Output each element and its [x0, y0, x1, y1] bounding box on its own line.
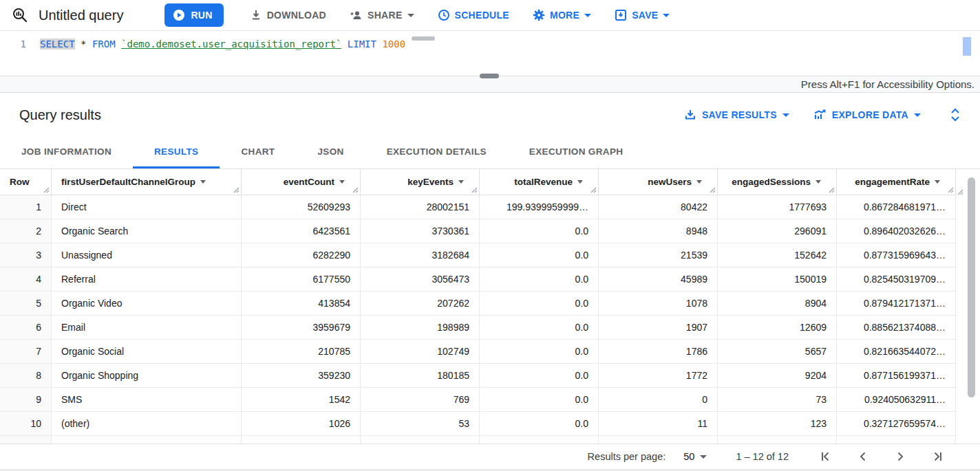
play-icon: [173, 9, 185, 21]
cell-totalrevenue: 0.0: [480, 436, 599, 443]
column-resize-grip-icon[interactable]: [233, 187, 239, 193]
cell-eventcount: 337: [242, 436, 361, 443]
splitter-drag-handle[interactable]: [480, 74, 499, 78]
cell-firstuserdefaultchannelgroup: Referral: [52, 267, 242, 291]
column-header-label: keyEvents: [407, 177, 454, 187]
table-row: 5Organic Video4138542072620.0107889040.8…: [0, 292, 980, 316]
column-menu-caret-icon[interactable]: [200, 180, 206, 184]
column-resize-grip-icon[interactable]: [829, 187, 835, 193]
cell-eventcount: 6177550: [242, 267, 361, 291]
gear-icon: [533, 9, 545, 21]
tab-execution-graph[interactable]: EXECUTION GRAPH: [508, 137, 645, 168]
column-header-label: engagedSessions: [732, 177, 811, 187]
row-number-cell: 11: [0, 436, 52, 443]
cell-eventcount: 1542: [242, 388, 361, 411]
cell-engagementrate: 0.877315969643…: [837, 243, 956, 267]
query-title[interactable]: Untitled query: [39, 8, 123, 23]
cell-keyevents: 3730361: [361, 219, 480, 243]
cell-engagementrate: 0.867284681971…: [837, 195, 956, 219]
table-row: 4Referral617755030564730.0459891500190.8…: [0, 267, 980, 292]
cell-newusers: 1786: [599, 340, 718, 363]
column-menu-caret-icon[interactable]: [696, 180, 702, 184]
schedule-button[interactable]: SCHEDULE: [431, 3, 516, 27]
column-resize-grip-icon[interactable]: [948, 187, 954, 193]
cell-keyevents: 207262: [361, 292, 480, 315]
column-header-engagementrate[interactable]: engagementRate: [837, 169, 956, 195]
column-header-engagedsessions[interactable]: engagedSessions: [718, 169, 837, 195]
column-resize-grip-icon[interactable]: [590, 187, 597, 193]
sql-editor[interactable]: 1 SELECT * FROM `demo.demoset.user_acqui…: [0, 36, 980, 76]
cell-newusers: 0: [599, 436, 718, 443]
first-page-button[interactable]: [819, 450, 833, 463]
cell-keyevents: 3182684: [361, 243, 480, 267]
previous-page-button[interactable]: [856, 450, 870, 463]
cell-engagedsessions: 9204: [718, 364, 837, 387]
share-button[interactable]: SHARE: [343, 3, 421, 27]
cell-totalrevenue: 0.0: [480, 267, 599, 291]
column-menu-caret-icon[interactable]: [458, 180, 464, 184]
column-resize-grip-icon[interactable]: [352, 187, 359, 193]
cell-eventcount: 52609293: [242, 195, 361, 219]
column-header-label: eventCount: [284, 177, 334, 187]
expand-results-button[interactable]: [950, 107, 961, 122]
table-vertical-scrollbar-thumb[interactable]: [968, 177, 975, 397]
column-menu-caret-icon[interactable]: [339, 180, 345, 184]
page-size-value: 50: [683, 451, 694, 462]
column-menu-caret-icon[interactable]: [816, 180, 821, 184]
results-per-page-label: Results per page:: [588, 451, 666, 462]
cell-engagedsessions: 6: [718, 436, 837, 443]
page-size-select[interactable]: 50: [683, 451, 707, 462]
tab-execution-details[interactable]: EXECUTION DETAILS: [365, 137, 508, 168]
sql-line-1[interactable]: 1 SELECT * FROM `demo.demoset.user_acqui…: [0, 36, 980, 52]
column-header-keyevents[interactable]: keyEvents: [361, 169, 480, 195]
table-row: 10(other)1026530.0111230.327127659574…: [0, 412, 980, 436]
column-header-firstuserdefaultchannelgroup[interactable]: firstUserDefaultChannelGroup: [52, 169, 242, 195]
results-table-body: 1Direct5260929328002151199.9399959999…80…: [0, 195, 980, 436]
column-menu-caret-icon[interactable]: [577, 180, 583, 184]
cell-newusers: 1907: [599, 316, 718, 339]
more-button-label: MORE: [550, 10, 579, 21]
cell-engagementrate: 0.825450319709…: [837, 267, 956, 291]
last-page-icon: [930, 450, 944, 463]
column-header-totalrevenue[interactable]: totalRevenue: [480, 169, 599, 195]
column-menu-caret-icon[interactable]: [935, 180, 940, 184]
first-page-icon: [819, 450, 833, 463]
save-results-button[interactable]: SAVE RESULTS: [684, 109, 789, 121]
download-button[interactable]: DOWNLOAD: [243, 3, 333, 27]
cell-firstuserdefaultchannelgroup: Organic Shopping: [52, 364, 242, 387]
last-page-button[interactable]: [930, 450, 944, 463]
tab-job-information[interactable]: JOB INFORMATION: [0, 137, 133, 168]
sql-limit-value: 1000: [382, 39, 405, 50]
sql-keyword-limit: LIMIT: [348, 39, 376, 50]
sql-code[interactable]: SELECT * FROM `demo.demoset.user_acquisi…: [40, 39, 405, 50]
chevron-right-icon: [893, 450, 907, 463]
save-results-caret-icon: [782, 113, 789, 117]
column-resize-grip-icon[interactable]: [710, 187, 716, 193]
explore-data-button[interactable]: EXPLORE DATA: [813, 109, 921, 121]
editor-top-drag-handle[interactable]: [412, 36, 435, 41]
tab-json[interactable]: JSON: [296, 137, 365, 168]
table-row: 3Unassigned628229031826840.0215391526420…: [0, 243, 980, 267]
table-edge-resize-grip-icon[interactable]: [957, 189, 963, 195]
column-header-newusers[interactable]: newUsers: [599, 169, 718, 195]
sql-table-reference[interactable]: `demo.demoset.user_acquisition_report`: [121, 39, 341, 50]
column-resize-grip-icon[interactable]: [471, 187, 478, 193]
save-button[interactable]: SAVE: [608, 3, 677, 27]
table-row: 7Organic Social2107851027490.0178656570.…: [0, 340, 980, 364]
column-resize-grip-icon[interactable]: [43, 187, 50, 193]
cell-keyevents: 28002151: [361, 195, 480, 219]
cell-engagementrate: 0.821663544072…: [837, 340, 956, 363]
editor-scrollbar-thumb[interactable]: [963, 37, 971, 56]
clock-icon: [438, 9, 450, 21]
run-button[interactable]: RUN: [164, 3, 223, 27]
column-header-label: firstUserDefaultChannelGroup: [61, 177, 195, 187]
cell-keyevents: 102749: [361, 340, 480, 363]
cell-totalrevenue: 0.0: [480, 243, 599, 267]
row-number-cell: 7: [0, 340, 52, 363]
column-header-row[interactable]: Row: [0, 169, 52, 195]
more-button[interactable]: MORE: [526, 3, 598, 27]
next-page-button[interactable]: [893, 450, 907, 463]
tab-results[interactable]: RESULTS: [133, 137, 220, 168]
column-header-eventcount[interactable]: eventCount: [242, 169, 361, 195]
tab-chart[interactable]: CHART: [220, 137, 296, 168]
